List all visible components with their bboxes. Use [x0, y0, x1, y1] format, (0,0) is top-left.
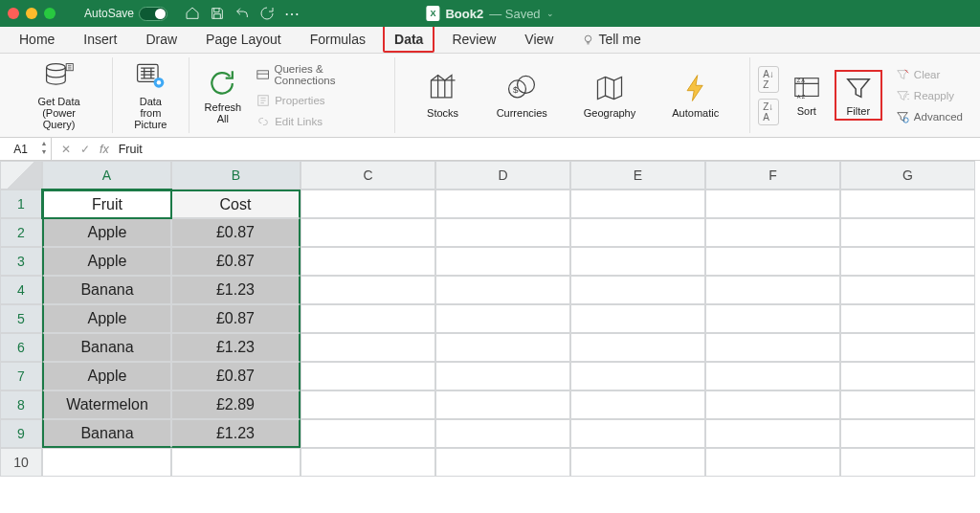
cell-g6[interactable] — [840, 333, 975, 362]
cell-b2[interactable]: £0.87 — [171, 218, 301, 247]
autosave-toggle[interactable]: AutoSave — [84, 7, 167, 21]
name-box[interactable]: A1 ▲▼ — [0, 138, 52, 160]
cell-e3[interactable] — [570, 247, 705, 276]
cell-d9[interactable] — [435, 419, 570, 448]
home-icon[interactable] — [185, 6, 200, 21]
cell-b3[interactable]: £0.87 — [171, 247, 301, 276]
cell-b1[interactable]: Cost — [171, 190, 301, 218]
cell-g4[interactable] — [840, 276, 975, 304]
cell-e6[interactable] — [570, 333, 705, 362]
save-icon[interactable] — [210, 6, 225, 21]
cancel-formula-icon[interactable]: ✕ — [61, 143, 71, 156]
data-from-picture-button[interactable]: Data from Picture — [121, 58, 180, 132]
cell-d8[interactable] — [435, 390, 570, 419]
row-header-4[interactable]: 4 — [0, 276, 42, 304]
cell-e5[interactable] — [570, 304, 705, 333]
cell-a9[interactable]: Banana — [42, 419, 171, 448]
get-data-button[interactable]: Get Data (Power Query) — [13, 58, 104, 132]
sort-desc-button[interactable]: Z↓A — [758, 99, 779, 125]
qat-more-icon[interactable]: ⋯ — [284, 5, 301, 23]
cell-e9[interactable] — [570, 419, 705, 448]
select-all-corner[interactable] — [0, 161, 42, 190]
advanced-filter-button[interactable]: Advanced — [892, 108, 967, 125]
cell-g2[interactable] — [840, 218, 975, 247]
cell-g9[interactable] — [840, 419, 975, 448]
accept-formula-icon[interactable]: ✓ — [80, 143, 90, 156]
cell-c7[interactable] — [301, 362, 435, 390]
tab-page-layout[interactable]: Page Layout — [194, 24, 293, 53]
cell-b8[interactable]: £2.89 — [171, 390, 301, 419]
properties-button[interactable]: Properties — [253, 92, 386, 109]
cell-e8[interactable] — [570, 390, 705, 419]
cell-f3[interactable] — [705, 247, 840, 276]
column-header-e[interactable]: E — [570, 161, 705, 190]
cell-b10[interactable] — [171, 448, 301, 477]
cell-a10[interactable] — [42, 448, 171, 477]
cell-g3[interactable] — [840, 247, 975, 276]
clear-filter-button[interactable]: Clear — [892, 66, 967, 83]
cell-a8[interactable]: Watermelon — [42, 390, 171, 419]
cell-a6[interactable]: Banana — [42, 333, 171, 362]
maximize-window-button[interactable] — [44, 8, 56, 19]
cell-c5[interactable] — [301, 304, 435, 333]
cell-b4[interactable]: £1.23 — [171, 276, 301, 304]
tab-home[interactable]: Home — [8, 24, 66, 53]
cell-g8[interactable] — [840, 390, 975, 419]
undo-icon[interactable] — [234, 6, 250, 21]
cell-a5[interactable]: Apple — [42, 304, 171, 333]
cell-d7[interactable] — [435, 362, 570, 390]
cell-a2[interactable]: Apple — [42, 218, 171, 247]
automatic-button[interactable]: Automatic — [664, 70, 726, 121]
cell-f8[interactable] — [705, 390, 840, 419]
cell-g10[interactable] — [840, 448, 975, 477]
sort-button[interactable]: Z AA Z Sort — [785, 72, 829, 119]
row-header-3[interactable]: 3 — [0, 247, 42, 276]
cell-g1[interactable] — [840, 190, 975, 218]
cell-d5[interactable] — [435, 304, 570, 333]
cell-c1[interactable] — [301, 190, 435, 218]
cell-d4[interactable] — [435, 276, 570, 304]
cell-g5[interactable] — [840, 304, 975, 333]
queries-connections-button[interactable]: Queries & Connections — [253, 61, 386, 88]
tab-insert[interactable]: Insert — [72, 24, 128, 53]
cell-f5[interactable] — [705, 304, 840, 333]
cell-c4[interactable] — [301, 276, 435, 304]
cell-a7[interactable]: Apple — [42, 362, 171, 390]
row-header-9[interactable]: 9 — [0, 419, 42, 448]
filter-button[interactable]: Filter — [835, 70, 882, 121]
tab-review[interactable]: Review — [440, 24, 507, 53]
cell-b7[interactable]: £0.87 — [171, 362, 301, 390]
row-header-10[interactable]: 10 — [0, 448, 42, 477]
cell-d2[interactable] — [435, 218, 570, 247]
cell-b5[interactable]: £0.87 — [171, 304, 301, 333]
cell-d3[interactable] — [435, 247, 570, 276]
column-header-c[interactable]: C — [301, 161, 435, 190]
close-window-button[interactable] — [8, 8, 19, 19]
cell-e4[interactable] — [570, 276, 705, 304]
reapply-button[interactable]: Reapply — [892, 87, 967, 104]
row-header-2[interactable]: 2 — [0, 218, 42, 247]
sort-asc-button[interactable]: A↓Z — [758, 66, 779, 93]
cell-f7[interactable] — [705, 362, 840, 390]
cell-e2[interactable] — [570, 218, 705, 247]
cell-g7[interactable] — [840, 362, 975, 390]
row-header-8[interactable]: 8 — [0, 390, 42, 419]
cell-d6[interactable] — [435, 333, 570, 362]
redo-icon[interactable] — [259, 6, 275, 21]
autosave-switch[interactable] — [139, 7, 167, 21]
cell-c9[interactable] — [301, 419, 435, 448]
tell-me-search[interactable]: Tell me — [570, 24, 652, 53]
row-header-6[interactable]: 6 — [0, 333, 42, 362]
cell-f4[interactable] — [705, 276, 840, 304]
cell-f1[interactable] — [705, 190, 840, 218]
column-header-f[interactable]: F — [705, 161, 840, 190]
edit-links-button[interactable]: Edit Links — [253, 113, 386, 130]
column-header-b[interactable]: B — [171, 161, 301, 190]
currencies-button[interactable]: $ Currencies — [489, 70, 555, 121]
cell-c2[interactable] — [301, 218, 435, 247]
title-dropdown-icon[interactable]: ⌄ — [546, 9, 554, 18]
cell-c10[interactable] — [301, 448, 435, 477]
cell-a1[interactable]: Fruit — [42, 190, 171, 218]
tab-draw[interactable]: Draw — [134, 24, 189, 53]
stocks-button[interactable]: Stocks — [418, 70, 468, 121]
